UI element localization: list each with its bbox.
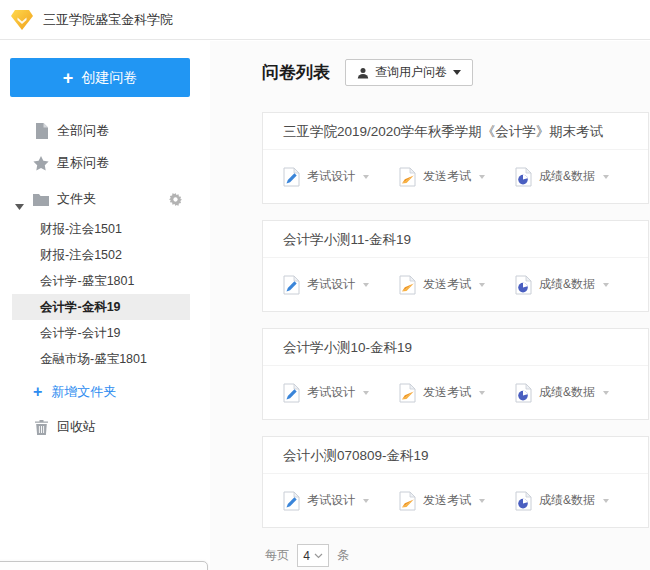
create-survey-label: 创建问卷: [81, 69, 137, 87]
sidebar-item-all-surveys[interactable]: 全部问卷: [0, 115, 210, 147]
send-exam-button[interactable]: 发送考试: [399, 167, 485, 187]
exam-design-icon: [283, 167, 300, 187]
caret-down-icon: [363, 175, 369, 179]
chevron-down-icon[interactable]: [15, 196, 24, 214]
send-exam-button[interactable]: 发送考试: [399, 275, 485, 295]
page-title: 问卷列表: [262, 61, 330, 84]
exam-design-button[interactable]: 考试设计: [283, 383, 369, 403]
action-label: 成绩&数据: [539, 384, 595, 401]
results-data-icon: [515, 167, 532, 187]
send-exam-button[interactable]: 发送考试: [399, 383, 485, 403]
exam-design-button[interactable]: 考试设计: [283, 491, 369, 511]
survey-title[interactable]: 会计学小测11-金科19: [263, 221, 648, 257]
sidebar-item-label: 全部问卷: [57, 122, 109, 140]
results-data-icon: [515, 491, 532, 511]
survey-card: 会计学小测11-金科19 考试设计: [262, 220, 649, 312]
file-icon: [33, 123, 49, 139]
send-exam-icon: [399, 383, 416, 403]
send-exam-icon: [399, 275, 416, 295]
caret-down-icon: [479, 283, 485, 287]
folder-item[interactable]: 会计学-会计19: [12, 320, 190, 346]
exam-design-icon: [283, 383, 300, 403]
action-label: 发送考试: [423, 276, 471, 293]
action-label: 考试设计: [307, 384, 355, 401]
topbar: 三亚学院盛宝金科学院: [0, 0, 650, 40]
sidebar-item-starred[interactable]: 星标问卷: [0, 147, 210, 179]
survey-card: 会计学小测10-金科19 考试设计: [262, 328, 649, 420]
survey-title[interactable]: 会计小测070809-金科19: [263, 437, 648, 473]
action-label: 成绩&数据: [539, 168, 595, 185]
main-header: 问卷列表 查询用户问卷: [210, 41, 650, 86]
action-label: 发送考试: [423, 168, 471, 185]
pagination: 每页 4 条: [265, 544, 650, 567]
sidebar: + 创建问卷 全部问卷 星标问卷 文件夹: [0, 41, 210, 570]
create-survey-button[interactable]: + 创建问卷: [10, 58, 190, 97]
add-folder-button[interactable]: + 新增文件夹: [0, 378, 210, 406]
results-data-button[interactable]: 成绩&数据: [515, 491, 609, 511]
exam-design-button[interactable]: 考试设计: [283, 275, 369, 295]
caret-down-icon: [453, 70, 461, 75]
survey-title[interactable]: 三亚学院2019/2020学年秋季学期《会计学》期末考试: [263, 113, 648, 149]
results-data-icon: [515, 383, 532, 403]
action-label: 成绩&数据: [539, 276, 595, 293]
survey-actions: 考试设计 发送考试: [263, 150, 648, 203]
page-size-suffix: 条: [337, 547, 349, 564]
results-data-button[interactable]: 成绩&数据: [515, 167, 609, 187]
sidebar-item-trash[interactable]: 回收站: [0, 412, 210, 442]
survey-actions: 考试设计 发送考试: [263, 258, 648, 311]
query-button-label: 查询用户问卷: [375, 64, 447, 81]
folder-item-selected[interactable]: 会计学-金科19: [12, 294, 190, 320]
exam-design-icon: [283, 491, 300, 511]
folders-section: 文件夹: [0, 183, 210, 215]
results-data-button[interactable]: 成绩&数据: [515, 275, 609, 295]
page-size-select[interactable]: 4: [297, 544, 329, 567]
send-exam-button[interactable]: 发送考试: [399, 491, 485, 511]
folder-item[interactable]: 财报-注会1502: [12, 242, 190, 268]
caret-down-icon: [603, 499, 609, 503]
caret-down-icon: [363, 283, 369, 287]
plus-icon: +: [63, 69, 74, 87]
plus-icon: +: [33, 384, 42, 400]
send-exam-icon: [399, 491, 416, 511]
action-label: 考试设计: [307, 168, 355, 185]
caret-down-icon: [603, 391, 609, 395]
results-data-icon: [515, 275, 532, 295]
sidebar-item-label: 回收站: [57, 418, 96, 436]
user-icon: [357, 67, 369, 79]
caret-down-icon: [603, 283, 609, 287]
caret-down-icon: [479, 391, 485, 395]
app-title: 三亚学院盛宝金科学院: [43, 11, 173, 29]
folder-item[interactable]: 金融市场-盛宝1801: [12, 346, 190, 372]
sidebar-item-label: 星标问卷: [57, 154, 109, 172]
status-popup: [0, 561, 208, 570]
survey-card: 三亚学院2019/2020学年秋季学期《会计学》期末考试 考试设计: [262, 112, 649, 204]
action-label: 发送考试: [423, 384, 471, 401]
send-exam-icon: [399, 167, 416, 187]
action-label: 考试设计: [307, 276, 355, 293]
sidebar-item-label: 文件夹: [57, 190, 96, 208]
caret-down-icon: [603, 175, 609, 179]
gear-icon[interactable]: [169, 192, 182, 210]
caret-down-icon: [363, 499, 369, 503]
trash-icon: [33, 420, 49, 435]
folder-list: 财报-注会1501 财报-注会1502 会计学-盛宝1801 会计学-金科19 …: [0, 216, 210, 372]
folder-item[interactable]: 财报-注会1501: [12, 216, 190, 242]
query-user-surveys-button[interactable]: 查询用户问卷: [345, 59, 473, 86]
add-folder-label: 新增文件夹: [51, 383, 116, 401]
chevron-down-icon: [314, 553, 323, 559]
survey-actions: 考试设计 发送考试: [263, 366, 648, 419]
caret-down-icon: [479, 499, 485, 503]
survey-actions: 考试设计 发送考试: [263, 474, 648, 527]
folder-icon: [33, 193, 49, 206]
page-size-value: 4: [303, 549, 310, 563]
folder-item[interactable]: 会计学-盛宝1801: [12, 268, 190, 294]
results-data-button[interactable]: 成绩&数据: [515, 383, 609, 403]
caret-down-icon: [363, 391, 369, 395]
main-content: 问卷列表 查询用户问卷 三亚学院2019/2020学年秋季学期《会计学》期末考试: [210, 41, 650, 570]
survey-card: 会计小测070809-金科19 考试设计: [262, 436, 649, 528]
action-label: 成绩&数据: [539, 492, 595, 509]
exam-design-button[interactable]: 考试设计: [283, 167, 369, 187]
caret-down-icon: [479, 175, 485, 179]
page-size-prefix: 每页: [265, 547, 289, 564]
survey-title[interactable]: 会计学小测10-金科19: [263, 329, 648, 365]
